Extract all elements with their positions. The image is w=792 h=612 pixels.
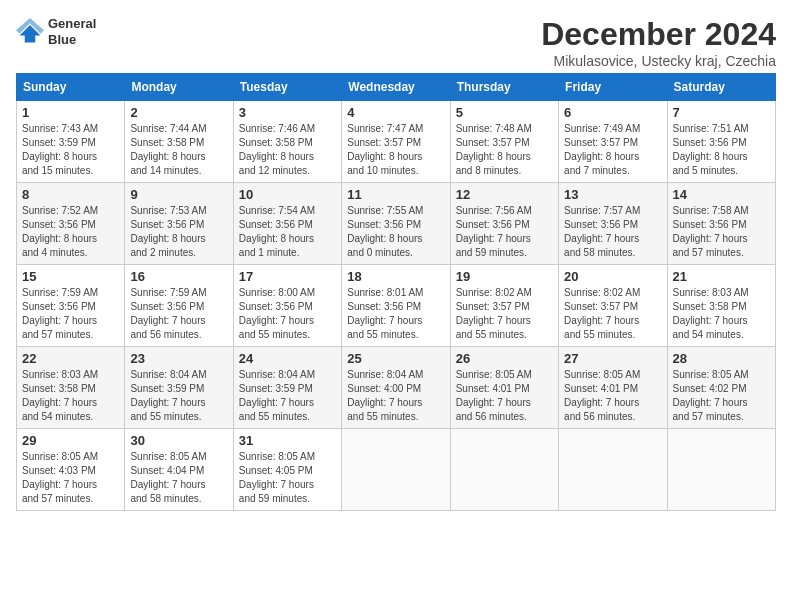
calendar-cell: 24Sunrise: 8:04 AM Sunset: 3:59 PM Dayli…: [233, 347, 341, 429]
week-row-3: 15Sunrise: 7:59 AM Sunset: 3:56 PM Dayli…: [17, 265, 776, 347]
calendar-cell: 12Sunrise: 7:56 AM Sunset: 3:56 PM Dayli…: [450, 183, 558, 265]
day-info: Sunrise: 7:49 AM Sunset: 3:57 PM Dayligh…: [564, 122, 661, 178]
day-info: Sunrise: 8:02 AM Sunset: 3:57 PM Dayligh…: [456, 286, 553, 342]
day-info: Sunrise: 7:53 AM Sunset: 3:56 PM Dayligh…: [130, 204, 227, 260]
day-info: Sunrise: 7:57 AM Sunset: 3:56 PM Dayligh…: [564, 204, 661, 260]
day-info: Sunrise: 7:56 AM Sunset: 3:56 PM Dayligh…: [456, 204, 553, 260]
day-info: Sunrise: 8:00 AM Sunset: 3:56 PM Dayligh…: [239, 286, 336, 342]
calendar-cell: 15Sunrise: 7:59 AM Sunset: 3:56 PM Dayli…: [17, 265, 125, 347]
calendar-cell: 5Sunrise: 7:48 AM Sunset: 3:57 PM Daylig…: [450, 101, 558, 183]
day-number: 3: [239, 105, 336, 120]
day-info: Sunrise: 8:01 AM Sunset: 3:56 PM Dayligh…: [347, 286, 444, 342]
day-number: 18: [347, 269, 444, 284]
day-number: 13: [564, 187, 661, 202]
day-info: Sunrise: 7:48 AM Sunset: 3:57 PM Dayligh…: [456, 122, 553, 178]
calendar-cell: 6Sunrise: 7:49 AM Sunset: 3:57 PM Daylig…: [559, 101, 667, 183]
weekday-header-friday: Friday: [559, 74, 667, 101]
day-number: 12: [456, 187, 553, 202]
day-info: Sunrise: 7:51 AM Sunset: 3:56 PM Dayligh…: [673, 122, 770, 178]
day-info: Sunrise: 7:44 AM Sunset: 3:58 PM Dayligh…: [130, 122, 227, 178]
day-info: Sunrise: 7:46 AM Sunset: 3:58 PM Dayligh…: [239, 122, 336, 178]
day-number: 2: [130, 105, 227, 120]
day-number: 14: [673, 187, 770, 202]
day-number: 4: [347, 105, 444, 120]
weekday-header-sunday: Sunday: [17, 74, 125, 101]
calendar-cell: 7Sunrise: 7:51 AM Sunset: 3:56 PM Daylig…: [667, 101, 775, 183]
calendar-cell: 28Sunrise: 8:05 AM Sunset: 4:02 PM Dayli…: [667, 347, 775, 429]
weekday-header-tuesday: Tuesday: [233, 74, 341, 101]
calendar-cell: [450, 429, 558, 511]
calendar-cell: 23Sunrise: 8:04 AM Sunset: 3:59 PM Dayli…: [125, 347, 233, 429]
day-info: Sunrise: 8:04 AM Sunset: 3:59 PM Dayligh…: [239, 368, 336, 424]
day-number: 30: [130, 433, 227, 448]
week-row-1: 1Sunrise: 7:43 AM Sunset: 3:59 PM Daylig…: [17, 101, 776, 183]
logo: General Blue: [16, 16, 96, 47]
day-info: Sunrise: 8:05 AM Sunset: 4:05 PM Dayligh…: [239, 450, 336, 506]
weekday-header-wednesday: Wednesday: [342, 74, 450, 101]
day-info: Sunrise: 8:03 AM Sunset: 3:58 PM Dayligh…: [673, 286, 770, 342]
calendar-cell: 18Sunrise: 8:01 AM Sunset: 3:56 PM Dayli…: [342, 265, 450, 347]
day-number: 23: [130, 351, 227, 366]
day-info: Sunrise: 8:03 AM Sunset: 3:58 PM Dayligh…: [22, 368, 119, 424]
day-number: 9: [130, 187, 227, 202]
day-number: 11: [347, 187, 444, 202]
week-row-5: 29Sunrise: 8:05 AM Sunset: 4:03 PM Dayli…: [17, 429, 776, 511]
day-info: Sunrise: 8:02 AM Sunset: 3:57 PM Dayligh…: [564, 286, 661, 342]
day-number: 25: [347, 351, 444, 366]
day-number: 29: [22, 433, 119, 448]
calendar-cell: 25Sunrise: 8:04 AM Sunset: 4:00 PM Dayli…: [342, 347, 450, 429]
weekday-header-row: SundayMondayTuesdayWednesdayThursdayFrid…: [17, 74, 776, 101]
calendar-cell: 2Sunrise: 7:44 AM Sunset: 3:58 PM Daylig…: [125, 101, 233, 183]
page-header: General Blue December 2024 Mikulasovice,…: [16, 16, 776, 69]
day-number: 7: [673, 105, 770, 120]
weekday-header-thursday: Thursday: [450, 74, 558, 101]
calendar-table: SundayMondayTuesdayWednesdayThursdayFrid…: [16, 73, 776, 511]
month-title: December 2024: [541, 16, 776, 53]
calendar-cell: 1Sunrise: 7:43 AM Sunset: 3:59 PM Daylig…: [17, 101, 125, 183]
day-number: 1: [22, 105, 119, 120]
day-number: 8: [22, 187, 119, 202]
day-info: Sunrise: 7:54 AM Sunset: 3:56 PM Dayligh…: [239, 204, 336, 260]
title-block: December 2024 Mikulasovice, Ustecky kraj…: [541, 16, 776, 69]
day-number: 20: [564, 269, 661, 284]
day-info: Sunrise: 7:52 AM Sunset: 3:56 PM Dayligh…: [22, 204, 119, 260]
day-info: Sunrise: 8:04 AM Sunset: 3:59 PM Dayligh…: [130, 368, 227, 424]
calendar-cell: [559, 429, 667, 511]
day-number: 31: [239, 433, 336, 448]
calendar-cell: 22Sunrise: 8:03 AM Sunset: 3:58 PM Dayli…: [17, 347, 125, 429]
calendar-cell: 13Sunrise: 7:57 AM Sunset: 3:56 PM Dayli…: [559, 183, 667, 265]
calendar-cell: 19Sunrise: 8:02 AM Sunset: 3:57 PM Dayli…: [450, 265, 558, 347]
weekday-header-saturday: Saturday: [667, 74, 775, 101]
day-info: Sunrise: 7:47 AM Sunset: 3:57 PM Dayligh…: [347, 122, 444, 178]
day-info: Sunrise: 7:43 AM Sunset: 3:59 PM Dayligh…: [22, 122, 119, 178]
day-number: 15: [22, 269, 119, 284]
calendar-cell: 9Sunrise: 7:53 AM Sunset: 3:56 PM Daylig…: [125, 183, 233, 265]
day-number: 19: [456, 269, 553, 284]
calendar-cell: 20Sunrise: 8:02 AM Sunset: 3:57 PM Dayli…: [559, 265, 667, 347]
day-number: 24: [239, 351, 336, 366]
day-number: 5: [456, 105, 553, 120]
calendar-cell: 29Sunrise: 8:05 AM Sunset: 4:03 PM Dayli…: [17, 429, 125, 511]
calendar-cell: 8Sunrise: 7:52 AM Sunset: 3:56 PM Daylig…: [17, 183, 125, 265]
day-info: Sunrise: 8:04 AM Sunset: 4:00 PM Dayligh…: [347, 368, 444, 424]
day-number: 16: [130, 269, 227, 284]
calendar-cell: 17Sunrise: 8:00 AM Sunset: 3:56 PM Dayli…: [233, 265, 341, 347]
day-number: 27: [564, 351, 661, 366]
calendar-cell: 31Sunrise: 8:05 AM Sunset: 4:05 PM Dayli…: [233, 429, 341, 511]
calendar-cell: [342, 429, 450, 511]
day-number: 17: [239, 269, 336, 284]
week-row-2: 8Sunrise: 7:52 AM Sunset: 3:56 PM Daylig…: [17, 183, 776, 265]
day-number: 10: [239, 187, 336, 202]
calendar-cell: 11Sunrise: 7:55 AM Sunset: 3:56 PM Dayli…: [342, 183, 450, 265]
location-subtitle: Mikulasovice, Ustecky kraj, Czechia: [541, 53, 776, 69]
day-number: 22: [22, 351, 119, 366]
day-info: Sunrise: 7:58 AM Sunset: 3:56 PM Dayligh…: [673, 204, 770, 260]
weekday-header-monday: Monday: [125, 74, 233, 101]
logo-icon: [16, 18, 44, 46]
calendar-cell: [667, 429, 775, 511]
calendar-cell: 16Sunrise: 7:59 AM Sunset: 3:56 PM Dayli…: [125, 265, 233, 347]
calendar-cell: 26Sunrise: 8:05 AM Sunset: 4:01 PM Dayli…: [450, 347, 558, 429]
day-info: Sunrise: 7:59 AM Sunset: 3:56 PM Dayligh…: [130, 286, 227, 342]
calendar-cell: 10Sunrise: 7:54 AM Sunset: 3:56 PM Dayli…: [233, 183, 341, 265]
day-number: 28: [673, 351, 770, 366]
